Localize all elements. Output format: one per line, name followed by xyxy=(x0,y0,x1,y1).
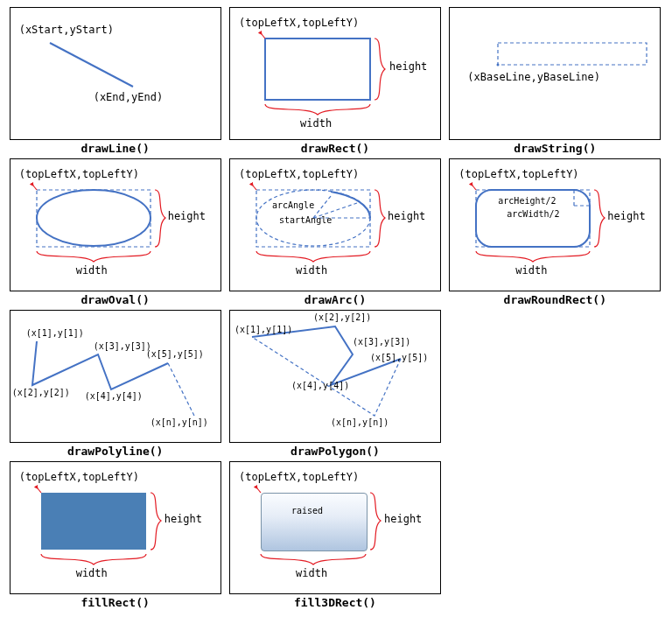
label-pn: (x[n],y[n]) xyxy=(331,417,388,427)
label-width: width xyxy=(296,567,327,579)
caption-drawpolyline: drawPolyline() xyxy=(67,445,164,458)
label-start: (xStart,yStart) xyxy=(19,24,114,36)
label-arcangle: arcAngle xyxy=(272,200,314,210)
svg-line-0 xyxy=(50,43,133,87)
cell-drawarc: (topLeftX,topLeftY) arcAngle startAngle … xyxy=(227,158,443,306)
panel-fill3drect: (topLeftX,topLeftY) raised width height xyxy=(229,461,441,594)
label-p3: (x[3],y[3]) xyxy=(353,337,410,347)
label-p2: (x[2],y[2]) xyxy=(313,312,371,322)
label-height: height xyxy=(389,60,427,73)
label-p5: (x[5],y[5]) xyxy=(370,353,428,362)
panel-fillrect: (topLeftX,topLeftY) width height xyxy=(10,461,221,594)
label-archeight: arcHeight/2 xyxy=(498,196,556,206)
panel-drawpolygon: (x[1],y[1]) (x[2],y[2]) (x[3],y[3]) (x[4… xyxy=(229,310,441,443)
cell-drawroundrect: (topLeftX,topLeftY) arcHeight/2 arcWidth… xyxy=(447,158,663,306)
svg-point-3 xyxy=(497,64,500,67)
label-topleft: (topLeftX,topLeftY) xyxy=(239,471,359,483)
svg-point-5 xyxy=(37,190,150,246)
label-topleft: (topLeftX,topLeftY) xyxy=(239,17,359,29)
label-height: height xyxy=(607,210,645,222)
cell-drawstring: (xBaseLine,yBaseLine) drawString() xyxy=(447,7,663,155)
svg-rect-2 xyxy=(498,43,647,65)
fill3d-rect xyxy=(261,493,368,551)
cell-drawline: (xStart,yStart) (xEnd,yEnd) drawLine() xyxy=(7,7,223,155)
svg-rect-13 xyxy=(41,493,146,550)
label-pn: (x[n],y[n]) xyxy=(150,417,208,427)
label-height: height xyxy=(388,210,425,222)
label-width: width xyxy=(296,264,327,277)
label-startangle: startAngle xyxy=(279,215,332,225)
panel-drawrect: (topLeftX,topLeftY) width height xyxy=(229,7,441,140)
caption-fill3drect: fill3DRect() xyxy=(294,596,376,609)
label-p2: (x[2],y[2]) xyxy=(12,388,70,397)
svg-line-12 xyxy=(168,363,194,416)
label-arcwidth: arcWidth/2 xyxy=(507,209,559,219)
diagram-grid: (xStart,yStart) (xEnd,yEnd) drawLine() (… xyxy=(7,7,663,609)
panel-drawarc: (topLeftX,topLeftY) arcAngle startAngle … xyxy=(229,158,441,291)
label-topleft: (topLeftX,topLeftY) xyxy=(458,168,578,180)
caption-drawpolygon: drawPolygon() xyxy=(290,445,380,458)
caption-drawroundrect: drawRoundRect() xyxy=(504,293,606,306)
label-width: width xyxy=(300,117,332,130)
label-topleft: (topLeftX,topLeftY) xyxy=(19,471,139,483)
label-topleft: (topLeftX,topLeftY) xyxy=(19,168,139,180)
svg-rect-1 xyxy=(265,39,370,100)
cell-drawrect: (topLeftX,topLeftY) width height drawRec… xyxy=(227,7,443,155)
label-height: height xyxy=(168,210,206,222)
label-p1: (x[1],y[1]) xyxy=(26,328,84,338)
label-height: height xyxy=(164,513,202,525)
cell-fill3drect: (topLeftX,topLeftY) raised width height … xyxy=(227,461,443,609)
panel-drawpolyline: (x[1],y[1]) (x[2],y[2]) (x[3],y[3]) (x[4… xyxy=(10,310,221,443)
label-width: width xyxy=(76,264,108,277)
panel-drawroundrect: (topLeftX,topLeftY) arcHeight/2 arcWidth… xyxy=(449,158,661,291)
cell-drawpolyline: (x[1],y[1]) (x[2],y[2]) (x[3],y[3]) (x[4… xyxy=(7,310,223,458)
cell-fillrect: (topLeftX,topLeftY) width height fillRec… xyxy=(7,461,223,609)
panel-drawstring: (xBaseLine,yBaseLine) xyxy=(449,7,661,140)
label-width: width xyxy=(76,567,108,579)
caption-drawrect: drawRect() xyxy=(301,142,369,155)
label-raised: raised xyxy=(291,506,323,515)
label-baseline: (xBaseLine,yBaseLine) xyxy=(467,71,600,83)
label-p4: (x[4],y[4]) xyxy=(291,381,349,390)
label-width: width xyxy=(515,264,547,277)
label-end: (xEnd,yEnd) xyxy=(94,91,163,103)
cell-drawpolygon: (x[1],y[1]) (x[2],y[2]) (x[3],y[3]) (x[4… xyxy=(227,310,443,458)
label-p5: (x[5],y[5]) xyxy=(146,349,204,359)
label-p3: (x[3],y[3]) xyxy=(94,341,151,351)
caption-drawline: drawLine() xyxy=(81,142,150,155)
label-p4: (x[4],y[4]) xyxy=(85,391,143,401)
caption-drawoval: drawOval() xyxy=(81,293,150,306)
panel-drawoval: (topLeftX,topLeftY) width height xyxy=(10,158,221,291)
caption-drawstring: drawString() xyxy=(514,142,596,155)
caption-fillrect: fillRect() xyxy=(81,596,150,609)
label-height: height xyxy=(384,513,422,525)
caption-drawarc: drawArc() xyxy=(304,293,366,306)
panel-drawline: (xStart,yStart) (xEnd,yEnd) xyxy=(10,7,221,140)
cell-drawoval: (topLeftX,topLeftY) width height drawOva… xyxy=(7,158,223,306)
label-p1: (x[1],y[1]) xyxy=(234,325,292,334)
label-topleft: (topLeftX,topLeftY) xyxy=(239,168,359,180)
